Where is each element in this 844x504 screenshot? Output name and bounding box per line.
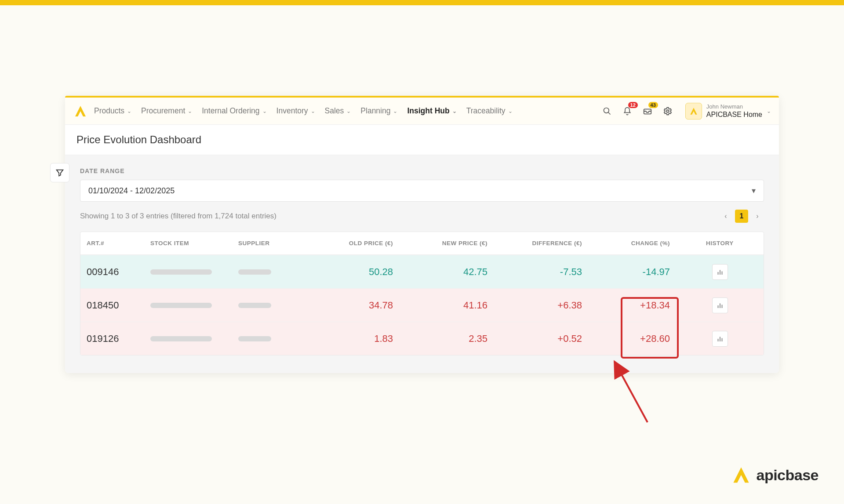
nav-right: 12 43 John Newman APICBASE Home ⌄	[601, 103, 771, 120]
date-range-field[interactable]: 01/10/2024 - 12/02/2025 ▾	[80, 180, 764, 202]
pager-page-1[interactable]: 1	[735, 210, 748, 223]
redacted-placeholder	[238, 303, 271, 308]
bar-chart-icon	[716, 301, 724, 309]
price-table: ART.# STOCK ITEM SUPPLIER OLD PRICE (€) …	[80, 232, 764, 355]
th-new-price: NEW PRICE (€)	[399, 232, 494, 254]
cell-stock	[144, 336, 232, 341]
history-button[interactable]	[712, 264, 728, 280]
apicbase-logo-icon	[689, 106, 698, 116]
svg-point-0	[604, 108, 609, 113]
pager-prev[interactable]: ‹	[719, 210, 732, 223]
brand-text: apicbase	[756, 467, 819, 484]
cell-art: 018450	[80, 300, 144, 311]
table-row: 018450 34.78 41.16 +6.38 +18.34	[80, 288, 764, 322]
nav-label: Products	[94, 106, 124, 116]
cell-new-price: 2.35	[399, 333, 494, 344]
gear-icon	[663, 106, 673, 116]
search-button[interactable]	[601, 105, 613, 117]
cell-old-price: 1.83	[307, 333, 399, 344]
app-window: Products⌄ Procurement⌄ Internal Ordering…	[65, 96, 779, 373]
chevron-down-icon: ⌄	[393, 108, 397, 114]
page-title: Price Evolution Dashboard	[76, 134, 768, 146]
apicbase-logo-icon	[74, 105, 87, 118]
nav-label: Sales	[325, 106, 344, 116]
svg-line-13	[615, 362, 648, 422]
svg-point-3	[666, 110, 669, 112]
th-change: CHANGE (%)	[588, 232, 676, 254]
brand-watermark: apicbase	[731, 465, 819, 485]
user-text: John Newman APICBASE Home	[706, 103, 762, 119]
bar-chart-icon	[716, 335, 724, 343]
nav-label: Planning	[360, 106, 390, 116]
top-accent-stripe	[0, 0, 844, 5]
table-header: ART.# STOCK ITEM SUPPLIER OLD PRICE (€) …	[80, 232, 764, 255]
dropdown-caret-icon: ▾	[752, 186, 756, 196]
cell-art: 009146	[80, 266, 144, 278]
nav-planning[interactable]: Planning⌄	[360, 106, 397, 116]
history-button[interactable]	[712, 297, 728, 313]
filter-icon	[55, 168, 65, 178]
nav-label: Procurement	[141, 106, 185, 116]
cell-change: +18.34	[588, 300, 676, 311]
chevron-down-icon: ⌄	[311, 108, 315, 114]
settings-button[interactable]	[662, 105, 674, 117]
nav-label: Inventory	[276, 106, 308, 116]
cell-difference: +0.52	[494, 333, 588, 344]
cell-supplier	[232, 336, 307, 341]
user-name: John Newman	[706, 103, 762, 110]
cell-history	[676, 297, 764, 313]
th-supplier: SUPPLIER	[232, 232, 307, 254]
date-range-label: DATE RANGE	[80, 167, 764, 174]
entries-text: Showing 1 to 3 of 3 entries (filtered fr…	[80, 212, 276, 221]
nav-insight-hub[interactable]: Insight Hub⌄	[407, 106, 456, 116]
chevron-down-icon: ⌄	[767, 108, 771, 114]
user-org: APICBASE Home	[706, 110, 762, 119]
nav-procurement[interactable]: Procurement⌄	[141, 106, 192, 116]
cell-difference: -7.53	[494, 266, 588, 278]
user-avatar	[685, 103, 702, 120]
th-art: ART.#	[80, 232, 144, 254]
nav-inventory[interactable]: Inventory⌄	[276, 106, 315, 116]
nav-internal-ordering[interactable]: Internal Ordering⌄	[202, 106, 266, 116]
nav-sales[interactable]: Sales⌄	[325, 106, 351, 116]
annotation-arrow	[564, 356, 661, 427]
cell-art: 019126	[80, 333, 144, 344]
cell-stock	[144, 303, 232, 308]
nav-items: Products⌄ Procurement⌄ Internal Ordering…	[94, 106, 601, 116]
app-logo[interactable]	[73, 104, 88, 119]
pager: ‹ 1 ›	[719, 210, 764, 223]
th-history: HISTORY	[676, 232, 764, 254]
th-stock: STOCK ITEM	[144, 232, 232, 254]
chevron-down-icon: ⌄	[452, 108, 457, 114]
cell-supplier	[232, 269, 307, 275]
bar-chart-icon	[716, 268, 724, 276]
tasks-button[interactable]: 43	[641, 105, 654, 117]
nav-label: Internal Ordering	[202, 106, 259, 116]
chevron-down-icon: ⌄	[262, 108, 267, 114]
th-old-price: OLD PRICE (€)	[307, 232, 399, 254]
cell-difference: +6.38	[494, 300, 588, 311]
th-difference: DIFFERENCE (€)	[494, 232, 588, 254]
history-button[interactable]	[712, 331, 728, 347]
cell-new-price: 41.16	[399, 300, 494, 311]
nav-products[interactable]: Products⌄	[94, 106, 131, 116]
date-range-value: 01/10/2024 - 12/02/2025	[88, 186, 175, 196]
cell-old-price: 50.28	[307, 266, 399, 278]
cell-new-price: 42.75	[399, 266, 494, 278]
topbar: Products⌄ Procurement⌄ Internal Ordering…	[65, 98, 779, 125]
nav-traceability[interactable]: Traceability⌄	[466, 106, 513, 116]
redacted-placeholder	[238, 269, 271, 275]
filter-button[interactable]	[50, 163, 69, 182]
redacted-placeholder	[150, 336, 212, 341]
notification-badge: 12	[628, 102, 638, 108]
table-row: 019126 1.83 2.35 +0.52 +28.60	[80, 322, 764, 355]
redacted-placeholder	[150, 303, 212, 308]
tasks-badge: 43	[648, 102, 658, 108]
cell-history	[676, 264, 764, 280]
notifications-button[interactable]: 12	[621, 105, 633, 117]
cell-history	[676, 331, 764, 347]
user-menu[interactable]: John Newman APICBASE Home ⌄	[685, 103, 771, 120]
cell-change: +28.60	[588, 333, 676, 344]
page-body: DATE RANGE 01/10/2024 - 12/02/2025 ▾ Sho…	[65, 155, 779, 373]
pager-next[interactable]: ›	[751, 210, 764, 223]
